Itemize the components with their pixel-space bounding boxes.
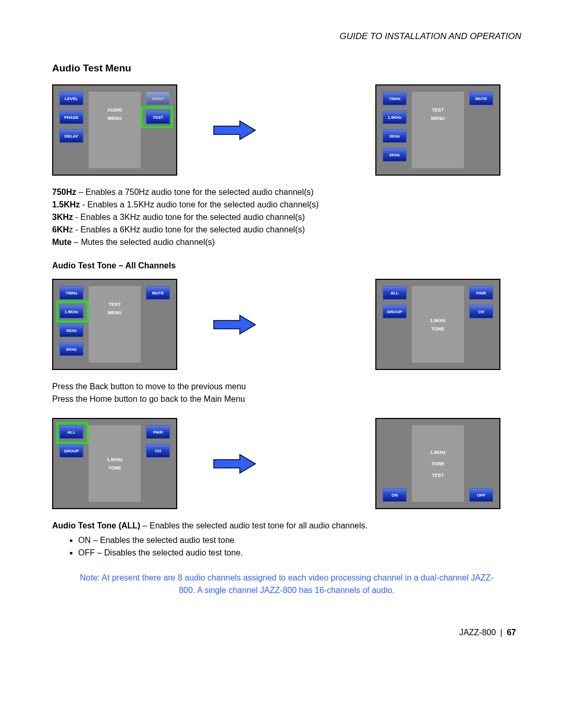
6khz-button[interactable]: 6KHz xyxy=(59,342,83,356)
all-button[interactable]: ALL xyxy=(383,286,407,300)
back-instruction: Press the Back button to move to the pre… xyxy=(52,380,521,393)
def-6khz: 6KHz - Enables a 6KHz audio tone for the… xyxy=(52,224,521,236)
channels-note: Note: At present there are 8 audio chann… xyxy=(73,572,500,597)
center-label: 1.5KHz xyxy=(107,457,123,462)
pair-button[interactable]: PAIR xyxy=(146,425,170,439)
svg-marker-2 xyxy=(214,454,255,473)
arrow-right-icon xyxy=(211,120,258,141)
center-panel: AUDIO MENU xyxy=(89,92,141,168)
center-label: 1.5KHz xyxy=(430,318,446,323)
750hz-button[interactable]: 750Hz xyxy=(383,92,407,105)
screen-audio-menu: AUDIO MENU LEVEL PHASE DELAY SWAP TEST xyxy=(52,84,177,176)
flow-row-2: TEST MENU 750Hz 1.5KHz 3KHz 6KHz MUTE xyxy=(52,279,521,370)
def-750hz: 750Hz – Enables a 750Hz audio tone for t… xyxy=(52,186,521,199)
arrow-col xyxy=(177,453,292,474)
group-button[interactable]: GROUP xyxy=(59,444,83,458)
on-button[interactable]: ON xyxy=(383,488,407,502)
arrow-right-icon xyxy=(211,453,258,474)
center-label: TEST xyxy=(432,473,444,478)
pair-button[interactable]: PAIR xyxy=(469,286,493,300)
bullet-on: ON – Enables the selected audio test ton… xyxy=(78,534,521,547)
mute-button[interactable]: MUTE xyxy=(146,286,170,300)
svg-marker-1 xyxy=(214,315,255,334)
screen-test-menu-2: TEST MENU 750Hz 1.5KHz 3KHz 6KHz MUTE xyxy=(52,279,177,370)
block-audio-test-tone-all: Audio Test Tone (ALL) – Enables the sele… xyxy=(52,520,521,532)
screen-1-5khz-tone-2: 1.5KHz TONE ALL GROUP PAIR CH xyxy=(52,418,177,509)
center-label: MENU xyxy=(108,310,122,315)
definitions: 750Hz – Enables a 750Hz audio tone for t… xyxy=(52,186,521,249)
on-off-bullets: ON – Enables the selected audio test ton… xyxy=(52,534,521,559)
mute-button[interactable]: MUTE xyxy=(469,92,493,105)
ch-button[interactable]: CH xyxy=(146,444,170,458)
center-panel: TEST MENU xyxy=(89,286,141,363)
def-mute: Mute – Mutes the selected audio channel(… xyxy=(52,236,521,249)
ch-button[interactable]: CH xyxy=(469,305,493,318)
center-label: 1.5KHz xyxy=(430,450,446,455)
center-label: TONE xyxy=(432,461,445,466)
def-3khz: 3KHz - Enables a 3KHz audio tone for the… xyxy=(52,211,521,224)
swap-button[interactable]: SWAP xyxy=(146,92,170,105)
page: GUIDE TO INSTALLATION AND OPERATION Audi… xyxy=(0,0,563,658)
svg-marker-0 xyxy=(214,121,255,140)
arrow-right-icon xyxy=(211,314,258,335)
750hz-button[interactable]: 750Hz xyxy=(59,286,83,300)
center-label: MENU xyxy=(431,116,445,121)
center-label: TEST xyxy=(108,302,120,307)
screen-1-5khz-tone: 1.5KHz TONE ALL GROUP PAIR CH xyxy=(375,279,500,370)
center-panel: TEST MENU xyxy=(412,92,464,168)
3khz-button[interactable]: 3KHz xyxy=(383,129,407,143)
off-button[interactable]: OFF xyxy=(469,488,493,502)
center-label: TONE xyxy=(432,326,445,331)
3khz-button[interactable]: 3KHz xyxy=(59,324,83,337)
nav-instructions: Press the Back button to move to the pre… xyxy=(52,380,521,405)
home-instruction: Press the Home button to go back to the … xyxy=(52,393,521,405)
test-button[interactable]: TEST xyxy=(146,110,170,124)
level-button[interactable]: LEVEL xyxy=(59,92,83,105)
center-label: MENU xyxy=(108,116,122,121)
footer-product: JAZZ-800 xyxy=(459,628,496,637)
delay-button[interactable]: DELAY xyxy=(59,129,83,143)
subsection-title: Audio Test Tone – All Channels xyxy=(52,261,521,270)
lead-desc: Enables the selected audio test tone for… xyxy=(150,521,368,530)
center-label: TONE xyxy=(108,465,121,471)
1-5khz-button[interactable]: 1.5KHz xyxy=(59,305,83,318)
center-panel: 1.5KHz TONE TEST xyxy=(412,425,464,502)
1-5khz-button[interactable]: 1.5KHz xyxy=(383,110,407,124)
doc-header: GUIDE TO INSTALLATION AND OPERATION xyxy=(52,31,521,42)
center-panel: 1.5KHz TONE xyxy=(412,286,464,363)
center-label: AUDIO xyxy=(107,107,123,113)
center-panel: 1.5KHz TONE xyxy=(89,425,141,502)
flow-row-1: AUDIO MENU LEVEL PHASE DELAY SWAP TEST xyxy=(52,84,521,176)
bullet-off: OFF – Disables the selected audio test t… xyxy=(78,547,521,559)
screen-test-menu: TEST MENU 750Hz 1.5KHz 3KHz 6KHz MUTE xyxy=(375,84,500,176)
page-footer: JAZZ-800 | 67 xyxy=(52,628,521,637)
arrow-col xyxy=(177,314,292,335)
center-label: TEST xyxy=(432,107,444,113)
def-1-5khz: 1.5KHz - Enables a 1.5KHz audio tone for… xyxy=(52,199,521,211)
6khz-button[interactable]: 6KHz xyxy=(383,148,407,162)
lead-term: Audio Test Tone (ALL) xyxy=(52,521,140,530)
flow-row-3: 1.5KHz TONE ALL GROUP PAIR CH xyxy=(52,418,521,509)
group-button[interactable]: GROUP xyxy=(383,305,407,318)
footer-sep: | xyxy=(500,628,503,637)
section-title: Audio Test Menu xyxy=(52,63,521,74)
screen-tone-test: 1.5KHz TONE TEST ON OFF xyxy=(375,418,500,509)
footer-page-number: 67 xyxy=(507,628,516,637)
phase-button[interactable]: PHASE xyxy=(59,110,83,124)
all-button[interactable]: ALL xyxy=(59,425,83,439)
arrow-col xyxy=(177,120,292,141)
